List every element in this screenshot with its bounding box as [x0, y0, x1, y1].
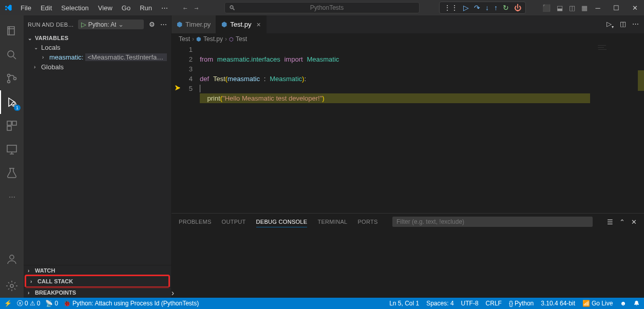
breadcrumb-file[interactable]: Test.py — [203, 35, 223, 43]
symbol-icon: ⬡ — [229, 36, 234, 42]
variable-measmatic[interactable]: › measmatic: <Measmatic.TestInterfa… — [24, 52, 171, 62]
breadcrumb-folder[interactable]: Test — [179, 35, 190, 43]
disconnect-icon[interactable]: ⏻ — [514, 4, 521, 12]
code-content[interactable]: from measmatic.interfaces import Measmat… — [200, 45, 644, 213]
section-label: CALL STACK — [37, 278, 73, 284]
more-icon[interactable]: ⋯ — [160, 21, 167, 28]
step-into-icon[interactable]: ↓ — [485, 4, 489, 12]
drag-handle-icon[interactable]: ⋮⋮ — [444, 4, 458, 12]
status-language[interactable]: {} Python — [509, 300, 534, 307]
run-file-icon[interactable]: ▷▾ — [607, 20, 614, 29]
breadcrumb-symbol[interactable]: Test — [236, 35, 247, 43]
panel-actions: ☰ ⌃ ✕ — [607, 218, 637, 226]
menu-edit[interactable]: Edit — [36, 2, 56, 14]
svg-rect-8 — [7, 126, 11, 130]
testing-icon[interactable] — [0, 161, 24, 185]
status-notifications[interactable]: 🔔︎ — [634, 300, 640, 307]
more-actions-icon[interactable]: ⋯ — [632, 20, 639, 29]
menu-run[interactable]: Run — [136, 2, 156, 14]
tab-timer-py[interactable]: ⬢ Timer.py — [172, 15, 216, 33]
restart-icon[interactable]: ↻ — [503, 4, 509, 12]
tab-label: Test.py — [230, 21, 251, 28]
continue-icon[interactable]: ▷ — [463, 4, 469, 12]
status-ports[interactable]: 📡0 — [45, 300, 58, 307]
minimap[interactable]: ▬▬▬▬▬▬▬▬▬▬▬▬▬▬ ▬▬▬▬▬▬▬▬ — [598, 45, 644, 213]
status-errors[interactable]: ⓧ0 ⚠0 — [17, 299, 40, 308]
status-golive[interactable]: 📶 Go Live — [582, 300, 613, 307]
debug-config-dropdown[interactable]: ▷ Python: At ⌄ — [78, 20, 144, 29]
status-python[interactable]: 3.10.4 64-bit — [541, 300, 575, 307]
nav-forward-icon[interactable]: → — [195, 4, 199, 12]
line-number: 1 — [172, 45, 193, 54]
layout-controls: ⬛ ⬓ ◫ ▦ — [542, 4, 588, 12]
customize-layout-icon[interactable]: ▦ — [581, 4, 588, 12]
debug-toolbar: ⋮⋮ ▷ ↷ ↓ ↑ ↻ ⏻ — [439, 2, 526, 14]
status-eol[interactable]: CRLF — [486, 300, 502, 307]
expand-panel-icon[interactable]: › — [169, 288, 176, 298]
settings-icon[interactable] — [0, 274, 24, 298]
status-spaces[interactable]: Spaces: 4 — [426, 300, 453, 307]
section-variables[interactable]: ⌄ VARIABLES — [24, 33, 171, 43]
menu-view[interactable]: View — [94, 2, 117, 14]
nav-back-icon[interactable]: ← — [183, 4, 187, 12]
section-watch[interactable]: › WATCH — [24, 265, 171, 276]
run-debug-icon[interactable]: 1 — [0, 90, 24, 114]
status-cursor[interactable]: Ln 5, Col 1 — [389, 300, 419, 307]
start-debug-icon[interactable]: ▷ — [81, 21, 86, 28]
remote-explorer-icon[interactable] — [0, 138, 24, 161]
breakpoint-current-icon[interactable]: ⮞ — [175, 84, 181, 93]
scope-globals[interactable]: › Globals — [24, 62, 171, 72]
remote-indicator[interactable]: ⚡ — [4, 300, 12, 307]
step-out-icon[interactable]: ↑ — [494, 4, 498, 12]
panel-tab-debug-console[interactable]: DEBUG CONSOLE — [256, 217, 308, 227]
toggle-secondary-sidebar-icon[interactable]: ◫ — [569, 4, 575, 12]
source-control-icon[interactable] — [0, 67, 24, 90]
close-panel-icon[interactable]: ✕ — [631, 218, 637, 226]
menu-selection[interactable]: Selection — [57, 2, 92, 14]
minimize-icon[interactable]: ─ — [589, 0, 607, 15]
status-debug[interactable]: 🐞Python: Attach using Process Id (Python… — [63, 300, 199, 307]
panel-tab-ports[interactable]: PORTS — [357, 217, 377, 227]
menu-go[interactable]: Go — [118, 2, 135, 14]
panel-tab-terminal[interactable]: TERMINAL — [317, 217, 347, 227]
chevron-right-icon: › — [28, 268, 33, 274]
panel-tab-output[interactable]: OUTPUT — [222, 217, 246, 227]
extensions-icon[interactable] — [0, 114, 24, 138]
accounts-icon[interactable] — [0, 247, 24, 271]
toggle-panel-icon[interactable]: ⬓ — [557, 4, 563, 12]
command-center[interactable]: 🔍︎ — [224, 2, 420, 13]
svg-rect-7 — [12, 121, 16, 125]
debug-icon: 🐞 — [63, 300, 71, 307]
status-feedback[interactable]: ☻ — [620, 300, 627, 307]
step-over-icon[interactable]: ↷ — [474, 4, 480, 12]
search-icon[interactable] — [0, 43, 24, 67]
sidebar-header: RUN AND DEB… ▷ Python: At ⌄ ⚙ ⋯ — [24, 15, 171, 33]
code-editor[interactable]: 1 2 3 4 ⮞5 from measmatic.interfaces imp… — [172, 45, 644, 213]
split-editor-icon[interactable]: ◫ — [620, 20, 626, 29]
svg-point-4 — [14, 78, 16, 80]
remote-icon: ⚡ — [4, 300, 12, 307]
svg-rect-0 — [8, 27, 14, 35]
line-number: ⮞5 — [172, 84, 193, 93]
menu-more-icon[interactable]: ⋯ — [157, 2, 172, 14]
more-views-icon[interactable]: ⋯ — [0, 185, 24, 208]
toggle-primary-sidebar-icon[interactable]: ⬛ — [542, 4, 551, 12]
explorer-icon[interactable] — [0, 20, 24, 43]
menu-file[interactable]: File — [16, 2, 35, 14]
close-icon[interactable]: ✕ — [626, 0, 644, 15]
maximize-icon[interactable]: ☐ — [607, 0, 626, 15]
variable-name: measmatic: — [49, 53, 83, 61]
close-tab-icon[interactable]: × — [257, 21, 261, 29]
section-breakpoints[interactable]: › BREAKPOINTS — [24, 287, 171, 298]
breadcrumb[interactable]: Test › ⬢ Test.py › ⬡ Test — [172, 33, 644, 45]
panel-tab-problems[interactable]: PROBLEMS — [179, 217, 212, 227]
collapse-panel-icon[interactable]: ⌃ — [619, 218, 625, 226]
filter-input[interactable] — [392, 217, 593, 227]
tab-test-py[interactable]: ⬢ Test.py × — [216, 15, 266, 33]
section-callstack[interactable]: › CALL STACK — [28, 277, 166, 285]
status-encoding[interactable]: UTF-8 — [461, 300, 479, 307]
scope-locals[interactable]: ⌄ Locals — [24, 43, 171, 52]
filter-settings-icon[interactable]: ☰ — [607, 218, 613, 226]
gear-icon[interactable]: ⚙ — [149, 21, 155, 28]
search-input[interactable] — [239, 4, 415, 11]
